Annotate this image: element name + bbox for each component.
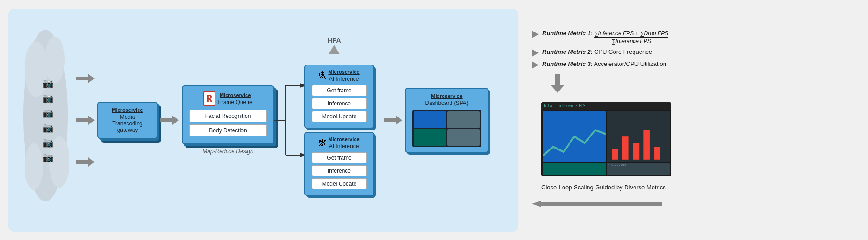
camera-icon-3: 📷 — [42, 107, 54, 118]
transcoding-microservice-label: Microservice — [105, 107, 150, 113]
right-panel: Runtime Metric 1: ∑Inference FPS + ∑Drop… — [518, 20, 787, 220]
ai-bot-step-1: Get frame — [312, 152, 367, 163]
screenshot-header: Total Inference FPS — [541, 102, 671, 110]
metric-1-text: Runtime Metric 1: ∑Inference FPS + ∑Drop… — [542, 30, 668, 45]
map-reduce-label: Map-Reduce Design — [203, 148, 253, 155]
svg-rect-12 — [622, 136, 629, 160]
preview-cell-3 — [414, 129, 446, 146]
camera-icon-5: 📷 — [42, 137, 54, 148]
sc-cell-2 — [607, 111, 670, 162]
formula-container: ∑Inference FPS + ∑Drop FPS ∑Inference FP… — [594, 30, 668, 45]
dashboard-screenshot: Total Inference FPS — [541, 102, 671, 176]
camera-icon-1: 📷 — [42, 78, 54, 89]
preview-cell-1 — [414, 111, 446, 128]
preview-cell-4 — [447, 129, 480, 146]
preview-cell-2 — [447, 111, 480, 128]
screenshot-body: Inference FPS — [541, 110, 671, 176]
metric-2-text: Runtime Metric 2: CPU Core Frequence — [542, 48, 652, 55]
closing-label: Close-Loop Scaling Guided by Diverse Met… — [541, 184, 778, 191]
ai-bot-steps: Get frame Inference Model Update — [312, 152, 367, 189]
framequeue-name: Frame Queue — [218, 99, 253, 105]
formula-denominator: ∑Inference FPS — [611, 38, 651, 45]
screenshot-title-text: Total Inference FPS — [543, 104, 586, 108]
metric-3-line: Runtime Metric 3: Accelerator/CPU Utiliz… — [532, 60, 778, 69]
ai-bot-step-3: Model Update — [312, 178, 367, 189]
back-arrow-svg — [532, 197, 680, 210]
ai-box-top: 🕸 Microservice AI Inference Get frame In… — [304, 65, 374, 129]
queue-item-facial: Facial Recognition — [189, 110, 267, 122]
arrow-cam-transcoding-3 — [76, 157, 95, 167]
formula-numerator: ∑Inference FPS + ∑Drop FPS — [594, 30, 668, 37]
back-arrow-section — [532, 197, 778, 210]
ai-top-name: AI Inference — [328, 76, 359, 82]
ai-top-step-3: Model Update — [312, 111, 367, 122]
hpa-section: HPA — [328, 37, 341, 54]
transcoding-name: Media Transcoding gateway — [105, 114, 150, 133]
ai-top-step-1: Get frame — [312, 85, 367, 96]
svg-point-2 — [44, 37, 65, 83]
nn-icon-top: 🕸 — [319, 71, 326, 80]
metric-1-arrow — [532, 31, 539, 38]
camera-icon-2: 📷 — [42, 92, 54, 104]
queue-item-body: Body Detection — [189, 124, 267, 136]
ai-bot-microservice-label: Microservice — [328, 136, 359, 142]
metric-1-colon: : — [591, 30, 594, 37]
camera-cluster: 📷 📷 📷 📷 📷 📷 — [22, 23, 73, 218]
dashboard-preview — [412, 110, 481, 147]
ai-bot-step-2: Inference — [312, 165, 367, 176]
diagram-area: 📷 📷 📷 📷 📷 📷 Microservice Media Transcodi… — [8, 9, 518, 232]
arrow-cam-transcoding-2 — [76, 116, 95, 125]
metric-3-arrow — [532, 61, 539, 69]
dashboard-box: Microservice Dashboard (SPA) — [405, 88, 488, 153]
svg-point-4 — [25, 143, 43, 190]
hpa-label: HPA — [328, 37, 341, 44]
nn-icon-bottom: 🕸 — [319, 139, 326, 147]
ai-bot-name: AI Inference — [328, 143, 359, 149]
metric-1-line: Runtime Metric 1: ∑Inference FPS + ∑Drop… — [532, 30, 778, 45]
down-arrow-section — [541, 74, 778, 93]
metric-2-bold: Runtime Metric 2 — [542, 48, 591, 55]
camera-icon-4: 📷 — [42, 122, 54, 133]
sc-cell-4: Inference FPS — [607, 163, 670, 175]
frame-queue-box: R Microservice Frame Queue Facial Recogn… — [182, 85, 274, 144]
metric-2-line: Runtime Metric 2: CPU Core Frequence — [532, 48, 778, 57]
sc-cell-3 — [543, 163, 606, 175]
svg-rect-15 — [654, 147, 660, 160]
svg-rect-11 — [612, 149, 618, 160]
framequeue-microservice-label: Microservice — [218, 92, 253, 98]
sc-cell-1 — [543, 111, 606, 162]
ai-box-bottom: 🕸 Microservice AI Inference Get frame In… — [304, 132, 374, 196]
queue-items: Facial Recognition Body Detection — [189, 110, 267, 136]
ai-top-step-2: Inference — [312, 98, 367, 109]
metric-3-bold: Runtime Metric 3 — [542, 60, 591, 67]
svg-point-1 — [25, 41, 48, 97]
ai-top-steps: Get frame Inference Model Update — [312, 85, 367, 122]
main-container: 📷 📷 📷 📷 📷 📷 Microservice Media Transcodi… — [0, 0, 868, 240]
dashboard-name: Dashboard (SPA) — [412, 100, 481, 106]
formula-divider — [594, 37, 668, 38]
metric-2-arrow — [532, 49, 539, 57]
arrow-cam-transcoding-1 — [76, 74, 95, 83]
metric-3-text: Runtime Metric 3: Accelerator/CPU Utiliz… — [542, 60, 666, 67]
ai-top-microservice-label: Microservice — [328, 69, 359, 75]
down-arrow-icon — [551, 74, 564, 93]
camera-icon-6: 📷 — [42, 152, 54, 163]
redis-icon: R — [203, 91, 215, 106]
arrow-ai-dashboard — [384, 116, 402, 125]
metric-1-bold: Runtime Metric 1 — [542, 30, 591, 37]
transcoding-box: Microservice Media Transcoding gateway — [97, 102, 158, 139]
sc-text: Inference FPS — [608, 164, 669, 167]
metric-2-rest: : CPU Core Frequence — [591, 48, 652, 55]
hpa-arrow-up — [329, 45, 340, 54]
svg-rect-14 — [643, 130, 650, 159]
flow-wrapper: 📷 📷 📷 📷 📷 📷 Microservice Media Transcodi… — [8, 9, 518, 232]
svg-marker-17 — [532, 201, 541, 207]
metric-3-rest: : Accelerator/CPU Utilization — [591, 60, 666, 67]
arrow-transcoding-queue — [160, 116, 179, 125]
dashboard-microservice-label: Microservice — [412, 93, 481, 99]
svg-rect-13 — [633, 143, 640, 160]
